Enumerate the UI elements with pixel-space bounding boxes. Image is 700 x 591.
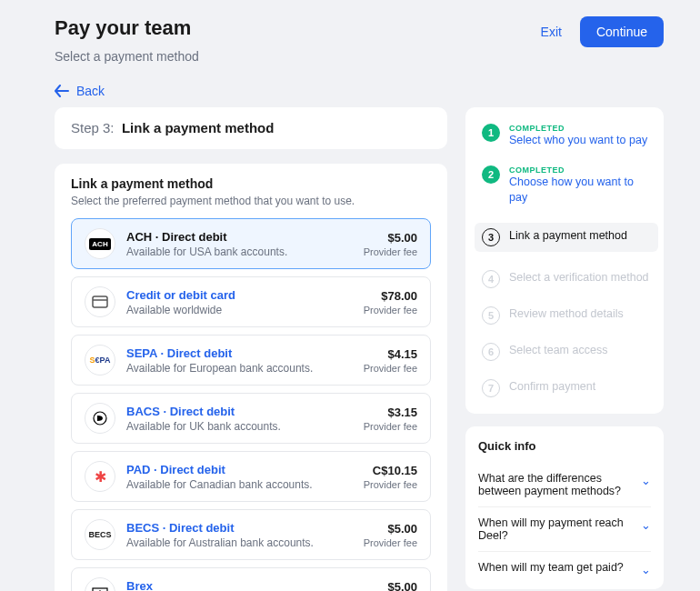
exit-button[interactable]: Exit [530,17,573,46]
method-fee-label: Provider fee [364,305,417,316]
method-fee-label: Provider fee [364,537,417,548]
payment-method-option[interactable]: BECSBECS · Direct debitAvailable for Aus… [71,509,431,560]
step-title: Link a payment method [122,120,275,135]
becs-logo-icon: BECS [85,519,115,550]
bacs-logo-icon [85,403,115,434]
svg-rect-0 [93,296,107,307]
progress-step: 6Select team access [482,343,651,361]
step-number-badge: 5 [482,306,500,325]
quick-info-item[interactable]: What are the differences between payment… [478,462,651,506]
progress-step[interactable]: 2COMPLETEDChoose how you want to pay [482,165,651,205]
continue-button[interactable]: Continue [580,16,664,47]
progress-step: 5Review method details [482,306,651,325]
method-availability: Available for USA bank accounts. [126,245,353,258]
methods-subtitle: Select the preferred payment method that… [71,195,431,207]
step-title: Link a payment method [509,228,627,243]
back-label: Back [76,84,105,98]
method-price: $3.15 [364,406,417,419]
method-name: PAD · Direct debit [126,463,353,476]
method-name: BACS · Direct debit [126,405,353,418]
brex-logo-icon [85,577,115,591]
methods-card: Link a payment method Select the preferr… [55,164,447,591]
method-name: Credit or debit card [126,288,353,302]
step-banner: Step 3: Link a payment method [55,107,447,149]
step-number-badge: 1 [482,124,500,142]
payment-method-option[interactable]: S€PASEPA · Direct debitAvailable for Eur… [71,335,431,386]
method-availability: Available for Australian bank accounts. [126,536,353,549]
sepa-logo-icon: S€PA [85,345,115,376]
step-title: Review method details [509,306,624,321]
method-name: ACH · Direct debit [126,230,353,244]
progress-step[interactable]: 1COMPLETEDSelect who you want to pay [482,124,651,147]
back-button[interactable]: Back [55,84,664,98]
method-name: BECS · Direct debit [126,521,353,535]
quick-info-title: Quick info [478,439,651,453]
method-price: $5.00 [364,231,417,245]
method-fee-label: Provider fee [364,479,417,490]
step-title: Select who you want to pay [509,133,647,147]
step-title: Choose how you want to pay [509,175,651,205]
method-fee-label: Provider fee [364,246,417,257]
methods-title: Link a payment method [71,176,431,191]
quick-info-item[interactable]: When will my payment reach Deel?⌄ [478,506,651,551]
payment-method-option[interactable]: Credit or debit cardAvailable worldwide$… [71,276,431,327]
quick-info-question: What are the differences between payment… [478,472,635,497]
step-number-badge: 3 [482,228,500,246]
quick-info-question: When will my payment reach Deel? [478,516,635,542]
method-price: $78.00 [364,289,417,303]
progress-step: 3Link a payment method [475,223,658,252]
method-availability: Available worldwide [126,304,353,316]
method-availability: Available for UK bank accounts. [126,420,353,433]
step-title: Confirm payment [509,379,595,394]
step-number: Step 3: [71,120,115,135]
method-name: SEPA · Direct debit [126,346,353,360]
chevron-down-icon: ⌄ [641,563,651,576]
quick-info-card: Quick info What are the differences betw… [465,426,664,589]
card-logo-icon [85,286,115,317]
page-subtitle: Select a payment method [55,49,199,64]
chevron-down-icon: ⌄ [641,518,651,532]
step-number-badge: 7 [482,379,500,397]
quick-info-question: When will my team get paid? [478,561,624,574]
step-status: COMPLETED [509,124,647,133]
method-name: Brex [126,579,353,592]
method-price: $5.00 [364,522,417,536]
progress-step: 7Confirm payment [482,379,651,397]
method-fee-label: Provider fee [364,421,417,432]
arrow-left-icon [55,85,69,97]
quick-info-item[interactable]: When will my team get paid?⌄ [478,551,651,586]
step-number-badge: 2 [482,165,500,184]
ach-logo-icon: ACH [85,228,115,259]
method-availability: Available for European bank accounts. [126,362,353,375]
method-price: $5.00 [364,580,417,592]
progress-card: 1COMPLETEDSelect who you want to pay2COM… [465,107,664,414]
payment-method-option[interactable]: ACHACH · Direct debitAvailable for USA b… [71,218,431,269]
step-title: Select team access [509,343,607,357]
step-number-badge: 4 [482,270,500,288]
step-number-badge: 6 [482,343,500,361]
payment-method-option[interactable]: ✱PAD · Direct debitAvailable for Canadia… [71,451,431,502]
chevron-down-icon: ⌄ [641,474,651,487]
page-title: Pay your team [55,16,199,40]
method-availability: Available for Canadian bank accounts. [126,478,353,491]
step-title: Select a verification method [509,270,649,285]
method-price: C$10.15 [364,464,417,477]
method-fee-label: Provider fee [364,363,417,374]
method-price: $4.15 [364,347,417,361]
payment-method-option[interactable]: BACS · Direct debitAvailable for UK bank… [71,393,431,444]
step-status: COMPLETED [509,165,651,175]
payment-method-option[interactable]: BrexAvailable for Brex accounts.$5.00Pro… [71,567,431,591]
pad-logo-icon: ✱ [85,461,115,492]
progress-step: 4Select a verification method [482,270,651,288]
